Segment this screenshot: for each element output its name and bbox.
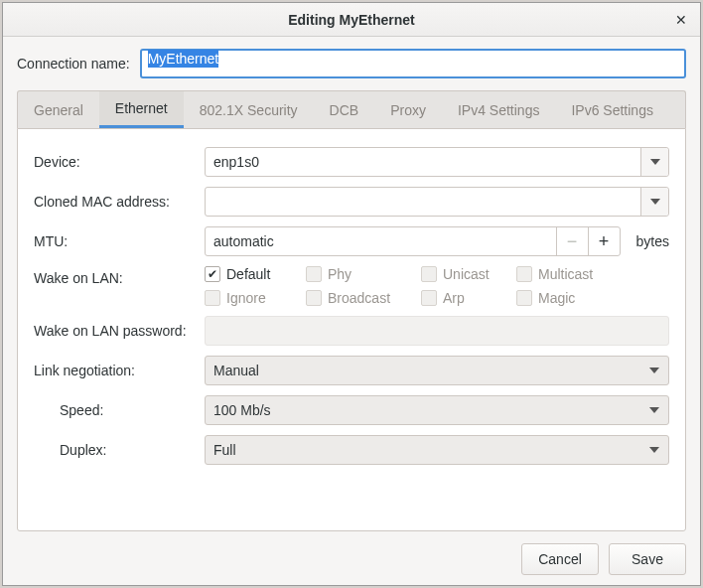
checkbox-checked-icon <box>205 266 220 282</box>
wol-multicast: Multicast <box>516 266 616 282</box>
tab-proxy[interactable]: Proxy <box>374 91 442 128</box>
window-title: Editing MyEthernet <box>288 12 415 28</box>
mtu-spin[interactable]: automatic − + <box>205 226 621 256</box>
wol-label: Wake on LAN: <box>34 266 205 286</box>
chevron-down-icon <box>640 436 668 464</box>
duplex-select[interactable]: Full <box>205 435 669 465</box>
chevron-down-icon <box>640 148 668 176</box>
checkbox-icon <box>306 290 322 306</box>
mtu-decrement-button[interactable]: − <box>556 227 588 255</box>
tab-ipv4[interactable]: IPv4 Settings <box>442 91 556 128</box>
tab-bar: General Ethernet 802.1X Security DCB Pro… <box>17 90 686 128</box>
wol-password-input <box>205 316 669 346</box>
checkbox-icon <box>205 290 220 306</box>
checkbox-icon <box>516 290 532 306</box>
wol-default[interactable]: Default <box>205 266 300 282</box>
wol-magic: Magic <box>516 290 616 306</box>
checkbox-icon <box>421 290 437 306</box>
wol-unicast: Unicast <box>421 266 510 282</box>
mtu-label: MTU: <box>34 233 205 249</box>
device-combo[interactable]: enp1s0 <box>205 147 669 177</box>
wol-broadcast: Broadcast <box>306 290 415 306</box>
tab-ethernet[interactable]: Ethernet <box>99 91 184 128</box>
connection-name-input[interactable]: MyEthernet <box>140 49 686 78</box>
cloned-mac-combo[interactable] <box>205 187 669 217</box>
checkbox-icon <box>421 266 437 282</box>
mtu-value: automatic <box>206 227 556 255</box>
connection-name-row: Connection name: MyEthernet <box>17 49 686 78</box>
wol-arp: Arp <box>421 290 510 306</box>
device-label: Device: <box>34 154 205 170</box>
tab-ipv6[interactable]: IPv6 Settings <box>555 91 669 128</box>
chevron-down-icon <box>640 357 668 384</box>
link-negotiation-select[interactable]: Manual <box>205 356 669 385</box>
speed-label: Speed: <box>34 402 205 418</box>
link-negotiation-label: Link negotiation: <box>34 363 205 378</box>
dialog-window: Editing MyEthernet ✕ Connection name: My… <box>2 2 701 586</box>
wol-password-label: Wake on LAN password: <box>34 323 205 339</box>
checkbox-icon <box>306 266 322 282</box>
chevron-down-icon <box>640 396 668 424</box>
duplex-value: Full <box>213 442 236 458</box>
chevron-down-icon <box>640 188 668 216</box>
wol-options: Default Phy Unicast Multicast Ignore Bro… <box>205 266 616 306</box>
titlebar: Editing MyEthernet ✕ <box>3 3 700 37</box>
speed-select[interactable]: 100 Mb/s <box>205 395 669 425</box>
speed-value: 100 Mb/s <box>213 402 271 418</box>
tab-8021x[interactable]: 802.1X Security <box>184 91 314 128</box>
ethernet-panel: Device: enp1s0 Cloned MAC address: <box>17 128 686 531</box>
wol-ignore: Ignore <box>205 290 300 306</box>
tab-general[interactable]: General <box>18 91 99 128</box>
content-area: Connection name: MyEthernet General Ethe… <box>3 37 700 585</box>
wol-phy: Phy <box>306 266 415 282</box>
dialog-buttons: Cancel Save <box>17 531 686 575</box>
device-value: enp1s0 <box>213 154 259 170</box>
connection-name-label: Connection name: <box>17 56 130 72</box>
close-button[interactable]: ✕ <box>670 9 692 31</box>
save-button[interactable]: Save <box>609 543 686 575</box>
checkbox-icon <box>516 266 532 282</box>
cloned-mac-label: Cloned MAC address: <box>34 194 205 210</box>
duplex-label: Duplex: <box>34 442 205 458</box>
mtu-increment-button[interactable]: + <box>588 227 620 255</box>
link-negotiation-value: Manual <box>213 363 259 378</box>
cancel-button[interactable]: Cancel <box>521 543 599 575</box>
tab-dcb[interactable]: DCB <box>314 91 375 128</box>
connection-name-value: MyEthernet <box>148 50 219 68</box>
close-icon: ✕ <box>675 12 687 28</box>
mtu-unit: bytes <box>636 233 669 249</box>
